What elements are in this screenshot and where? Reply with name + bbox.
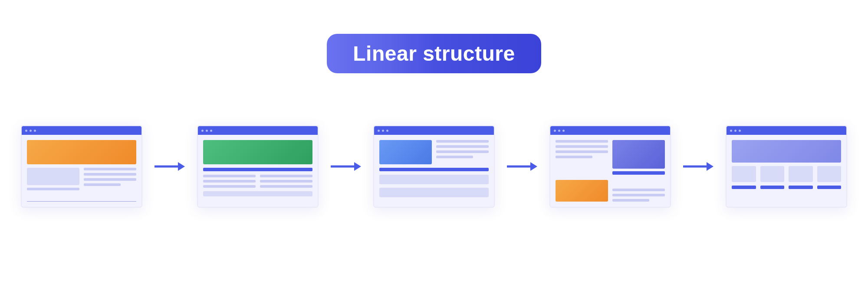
content-line xyxy=(260,185,312,188)
svg-marker-1 xyxy=(178,162,185,171)
content-block xyxy=(379,188,489,197)
content-line xyxy=(556,156,592,158)
content-block xyxy=(379,175,489,184)
accent-bar xyxy=(817,186,842,189)
page-body xyxy=(550,135,670,207)
page-node-1 xyxy=(21,125,142,208)
browser-bar xyxy=(198,126,318,135)
window-dot-icon xyxy=(378,130,380,132)
arrow-right-icon xyxy=(507,161,537,172)
browser-bar xyxy=(727,126,846,135)
window-dot-icon xyxy=(562,130,565,132)
svg-marker-5 xyxy=(530,162,537,171)
browser-bar xyxy=(550,126,670,135)
content-line xyxy=(203,180,256,183)
accent-bar xyxy=(789,186,813,189)
page-body xyxy=(22,135,141,207)
content-line xyxy=(84,168,136,170)
hero-block xyxy=(203,140,312,164)
content-line xyxy=(436,156,473,158)
content-line xyxy=(260,180,312,183)
page-node-5 xyxy=(726,125,847,208)
content-block xyxy=(203,191,312,196)
card-block xyxy=(760,166,785,182)
window-dot-icon xyxy=(734,130,736,132)
card-block xyxy=(817,166,842,182)
divider-line xyxy=(27,201,136,202)
page-body xyxy=(727,135,846,207)
flow-row xyxy=(0,125,868,208)
accent-bar xyxy=(732,186,756,189)
window-dot-icon xyxy=(739,130,741,132)
window-dot-icon xyxy=(554,130,556,132)
browser-bar xyxy=(22,126,141,135)
page-node-2 xyxy=(197,125,319,208)
hero-block xyxy=(612,140,665,169)
diagram-title-badge: Linear structure xyxy=(327,34,541,73)
accent-bar xyxy=(760,186,785,189)
hero-block xyxy=(27,140,136,164)
page-node-3 xyxy=(373,125,495,208)
content-line xyxy=(203,175,256,177)
card-block xyxy=(732,166,756,182)
hero-block xyxy=(732,140,841,163)
page-node-4 xyxy=(549,125,671,208)
content-line xyxy=(556,140,608,143)
content-block xyxy=(27,168,79,185)
window-dot-icon xyxy=(34,130,36,132)
page-body xyxy=(374,135,494,207)
window-dot-icon xyxy=(382,130,384,132)
arrow-right-icon xyxy=(683,161,713,172)
window-dot-icon xyxy=(558,130,560,132)
content-line xyxy=(203,185,256,188)
hero-block xyxy=(379,140,432,164)
accent-bar xyxy=(203,168,312,171)
browser-bar xyxy=(374,126,494,135)
content-line xyxy=(612,189,665,191)
page-body xyxy=(198,135,318,207)
window-dot-icon xyxy=(386,130,388,132)
content-line xyxy=(84,173,136,176)
window-dot-icon xyxy=(30,130,32,132)
content-block xyxy=(556,180,608,202)
window-dot-icon xyxy=(210,130,212,132)
svg-marker-3 xyxy=(354,162,361,171)
window-dot-icon xyxy=(206,130,208,132)
window-dot-icon xyxy=(25,130,27,132)
arrow-right-icon xyxy=(155,161,185,172)
content-line xyxy=(84,178,136,181)
card-block xyxy=(789,166,813,182)
window-dot-icon xyxy=(201,130,204,132)
svg-marker-7 xyxy=(707,162,713,171)
content-line xyxy=(556,150,608,153)
content-line xyxy=(436,150,489,153)
content-line xyxy=(436,140,489,143)
content-line xyxy=(260,175,312,177)
arrow-right-icon xyxy=(331,161,361,172)
content-line xyxy=(612,199,649,202)
content-line xyxy=(436,145,489,148)
content-line xyxy=(612,194,665,196)
accent-bar xyxy=(379,168,489,171)
content-line xyxy=(27,188,79,190)
accent-bar xyxy=(612,171,665,175)
content-line xyxy=(84,183,121,186)
content-line xyxy=(556,145,608,148)
window-dot-icon xyxy=(730,130,732,132)
